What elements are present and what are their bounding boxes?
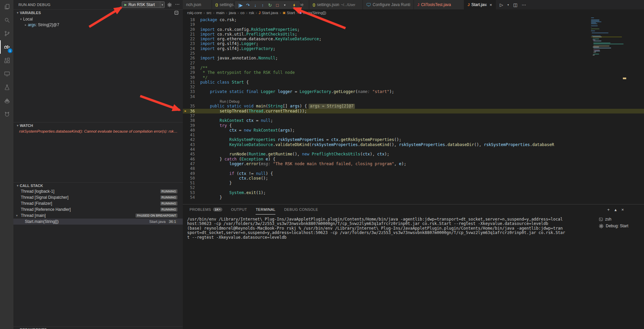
breakpoint-gutter[interactable] [183,94,188,99]
breakpoint-gutter[interactable] [183,176,188,181]
step-out-icon[interactable]: ↑ [259,2,266,8]
breakpoints-section-header[interactable]: ▸ BREAKPOINTS [13,326,183,329]
call-stack-section-header[interactable]: ▾ CALL STACK [13,182,183,188]
activity-gitlens[interactable] [0,107,13,121]
breakpoint-gutter[interactable] [183,113,188,118]
step-over-icon[interactable]: ↷ [245,2,251,8]
breakpoint-gutter[interactable] [183,61,188,65]
breakpoint-gutter[interactable] [183,65,188,70]
breakpoint-gutter[interactable] [183,46,188,51]
tab-nch-json[interactable]: nch.json [183,0,212,9]
breadcrumb-item[interactable]: rskj-core [187,11,202,15]
variables-section-header[interactable]: ▾ VARIABLES [13,9,183,15]
editor-more-actions-button[interactable]: ⋯ [522,2,526,7]
activity-search[interactable] [0,13,13,27]
breakpoint-gutter[interactable] [183,147,188,152]
breadcrumb-item[interactable]: JStart.java [259,11,278,15]
tab-configure-java-runtime[interactable]: Configure Java Runtime [363,0,414,9]
close-panel-button[interactable]: × [621,207,624,212]
terminal-output[interactable]: /usr/bin/env /Library/Internet\ Plug-Ins… [187,217,594,240]
breakpoint-gutter[interactable] [183,85,188,89]
call-stack-thread-row[interactable]: Thread [Signal Dispatcher]RUNNING [13,194,183,200]
breakpoint-gutter[interactable] [183,185,188,190]
call-stack-thread-row[interactable]: ▾Thread [main]PAUSED ON BREAKPOINT [13,213,183,219]
activity-run-and-debug[interactable]: 1 [0,40,13,54]
stop-icon[interactable]: □ [274,2,281,8]
panel-tab-problems[interactable]: PROBLEMS1K+ [190,204,222,215]
breakpoint-gutter[interactable] [183,75,188,80]
terminal-list-item[interactable]: Debug: Start [595,223,644,229]
breakpoint-gutter[interactable] [183,80,188,85]
breadcrumb-item[interactable]: ◆main(String[]) [300,11,326,15]
maximize-panel-button[interactable]: ▴ [614,207,617,212]
step-into-icon[interactable]: ↓ [252,2,259,8]
call-stack-thread-row[interactable]: Thread [Reference Handler]RUNNING [13,206,183,213]
chevron-down-icon[interactable]: ▾ [281,2,288,8]
watch-section-header[interactable]: ▾ WATCH [13,122,183,128]
breakpoint-gutter[interactable] [183,181,188,185]
run-config-dropdown[interactable]: ▶ Run RSK Start ▾ [122,1,165,8]
breakpoint-gutter[interactable] [183,37,188,41]
breadcrumb-item[interactable]: ▣Start [283,11,295,15]
collapse-all-icon[interactable] [174,10,179,15]
panel-tab-debug-console[interactable]: DEBUG CONSOLE [284,204,318,215]
codelens-run-debug[interactable]: Run | Debug [200,99,239,103]
breadcrumb-item[interactable]: src [206,11,211,15]
split-editor-button[interactable]: ◫ [513,2,517,7]
chevron-down-icon[interactable]: ▾ [160,2,164,8]
breakpoint-gutter[interactable] [183,166,188,171]
activity-testing[interactable] [0,81,13,94]
tab-start-java[interactable]: JStart.java× [464,0,496,9]
restart-icon[interactable]: ↻ [267,2,273,8]
variable-args[interactable]: ▸ args: String[2]@7 [13,22,183,28]
breadcrumb-item[interactable]: rsk [249,11,254,15]
breakpoint-gutter[interactable] [183,32,188,37]
tab-settings-json[interactable]: {}settings.json~/.../User [309,0,363,9]
activity-docker[interactable] [0,94,13,107]
breakpoint-gutter[interactable] [183,118,188,123]
activity-explorer[interactable] [0,0,13,13]
panel-tab-output[interactable]: OUTPUT [231,204,247,215]
breakpoint-gutter[interactable]: ▶ [183,109,188,113]
hot-code-replace-icon[interactable] [291,2,298,8]
breakpoint-gutter[interactable] [183,99,188,104]
breakpoint-gutter[interactable] [183,128,188,133]
close-icon[interactable]: × [489,3,492,7]
more-actions-icon[interactable]: ⋯ [175,1,180,7]
breadcrumb-item[interactable]: co [240,11,245,15]
breakpoint-gutter[interactable] [183,41,188,46]
breakpoint-gutter[interactable] [183,123,188,128]
run-dropdown-chevron-icon[interactable]: ▾ [507,3,509,6]
breakpoint-gutter[interactable] [183,152,188,156]
breadcrumb-item[interactable]: main [216,11,224,15]
activity-remote-explorer[interactable] [0,67,13,81]
breakpoint-gutter[interactable] [183,171,188,176]
breakpoint-gutter[interactable] [183,195,188,200]
breakpoint-gutter[interactable] [183,104,188,108]
breakpoint-gutter[interactable] [183,190,188,195]
code-editor[interactable]: 18package co.rsk;1920import co.rsk.confi… [183,16,644,204]
breakpoint-gutter[interactable] [183,133,188,137]
breakpoint-gutter[interactable] [183,22,188,27]
call-stack-thread-row[interactable]: Thread [logback-1]RUNNING [13,188,183,194]
breakpoint-gutter[interactable] [183,89,188,94]
run-file-button[interactable]: ▷ [500,2,503,7]
breakpoint-gutter[interactable] [183,137,188,142]
panel-tab-terminal[interactable]: TERMINAL [256,204,275,215]
minimap[interactable] [591,17,622,56]
breakpoint-gutter[interactable] [183,56,188,60]
terminal-list-item[interactable]: zsh [595,216,644,223]
gear-icon[interactable] [167,2,172,7]
scope-local[interactable]: ▾ Local [13,16,183,22]
breakpoint-gutter[interactable] [183,70,188,75]
stack-frame-row[interactable]: Start.main(String[])Start.java36:1 [13,219,183,225]
activity-source-control[interactable] [0,27,13,40]
new-terminal-button[interactable]: + [607,207,610,212]
tab-clitoolstest-java[interactable]: JCliToolsTest.java [414,0,464,9]
breakpoint-gutter[interactable] [183,161,188,166]
breadcrumb-item[interactable]: java [229,11,236,15]
watch-expression[interactable]: rskSystemProperties.databaseKind(): Cann… [13,128,183,134]
breakpoint-gutter[interactable] [183,157,188,161]
continue-icon[interactable]: |▶ [237,2,244,8]
breakpoint-gutter[interactable] [183,27,188,32]
